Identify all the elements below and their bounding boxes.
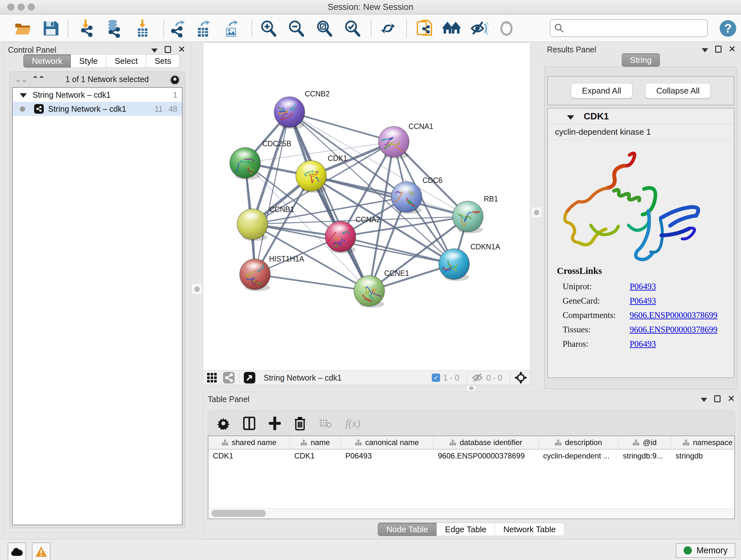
table-cell[interactable]: CDK1 — [208, 449, 290, 462]
left-splitter-handle[interactable] — [192, 284, 202, 294]
expand-all-networks-icon[interactable]: ⌃⌃ — [32, 74, 45, 84]
string-network-graph[interactable]: CCNB2CCNA1CDC25BCDK1CDC6RB1CCNB1CCNA2CDK… — [203, 43, 531, 371]
show-columns-icon[interactable] — [243, 417, 255, 430]
node-table[interactable]: shared namenamecanonical namedatabase id… — [208, 435, 735, 519]
column-header[interactable]: canonical name — [341, 436, 433, 449]
hide-selected-icon[interactable] — [469, 18, 489, 38]
grid-view-icon[interactable] — [206, 372, 217, 383]
tab-select[interactable]: Select — [106, 54, 146, 68]
panel-close-icon[interactable]: ✕ — [728, 395, 735, 402]
table-cell[interactable]: CDK1 — [290, 449, 341, 462]
panel-menu-icon[interactable] — [701, 398, 707, 402]
clone-network-icon[interactable] — [415, 18, 434, 38]
panel-menu-icon[interactable] — [702, 48, 708, 52]
zoom-in-icon[interactable] — [259, 18, 278, 38]
network-view-canvas[interactable]: CCNB2CCNA1CDC25BCDK1CDC6RB1CCNB1CCNA2CDK… — [203, 43, 530, 370]
collapse-triangle-icon[interactable] — [20, 93, 27, 98]
crosslink-tissues-link[interactable]: 9606.ENSP00000378699 — [630, 325, 718, 334]
create-column-plus-icon[interactable] — [269, 417, 281, 430]
birdseye-home-icon[interactable] — [442, 18, 462, 38]
table-cell[interactable]: cyclin-dependent ... — [539, 449, 618, 462]
panel-close-icon[interactable]: ✕ — [729, 46, 736, 53]
tab-sets[interactable]: Sets — [146, 54, 180, 68]
table-cell[interactable]: 9606.ENSP00000378699 — [433, 449, 539, 462]
import-table-icon[interactable] — [132, 18, 152, 38]
results-panel: Results Panel ✕ String Expand All Collap… — [542, 43, 739, 391]
table-cell[interactable]: P06493 — [341, 449, 433, 462]
scrollbar-thumb[interactable] — [212, 510, 266, 517]
function-builder-fx[interactable]: f(x) — [345, 417, 360, 429]
network-collection-row[interactable]: String Network – cdk1 1 — [13, 88, 182, 102]
column-header[interactable]: name — [290, 436, 341, 449]
tab-network-table[interactable]: Network Table — [495, 523, 564, 536]
help-icon[interactable]: ? — [718, 18, 738, 38]
column-header[interactable]: namespace — [671, 436, 735, 449]
cloud-button[interactable] — [8, 543, 26, 560]
crosslink-genecard-link[interactable]: P06493 — [630, 296, 656, 306]
import-network-icon[interactable] — [77, 18, 96, 38]
save-icon[interactable] — [41, 18, 61, 38]
crosslink-pharos-link[interactable]: P06493 — [630, 339, 656, 349]
show-all-icon[interactable] — [496, 18, 516, 38]
collapse-all-networks-icon[interactable]: ⌄⌄ — [15, 74, 27, 84]
delete-column-trash-icon[interactable] — [294, 416, 306, 430]
column-header[interactable]: shared name — [208, 436, 290, 449]
application-window: Session: New Session — [0, 0, 741, 560]
search-input[interactable] — [567, 23, 703, 34]
panel-float-icon[interactable] — [165, 46, 171, 53]
toolbar-separator — [371, 20, 372, 37]
panel-float-icon[interactable] — [714, 395, 721, 402]
memory-button[interactable]: Memory — [676, 543, 735, 558]
main-toolbar: ? — [0, 15, 741, 42]
table-cell[interactable]: stringdb:9... — [618, 449, 671, 462]
expand-collapse-box: Expand All Collapse All — [547, 76, 734, 105]
column-header[interactable]: database identifier — [433, 436, 539, 449]
network-row[interactable]: String Network – cdk1 11 48 — [13, 102, 182, 116]
delete-table-icon[interactable] — [319, 418, 332, 428]
warnings-button[interactable] — [32, 543, 51, 560]
panel-float-icon[interactable] — [715, 46, 722, 53]
gene-card-header[interactable]: CDK1 — [548, 109, 734, 125]
zoom-out-icon[interactable] — [286, 18, 306, 38]
refresh-icon[interactable] — [378, 18, 398, 38]
table-cell[interactable]: stringdb — [671, 449, 735, 462]
reposition-crosshair-icon[interactable] — [515, 372, 527, 384]
table-row[interactable]: CDK1CDK1P064939606.ENSP00000378699cyclin… — [208, 449, 734, 462]
gear-icon[interactable] — [170, 74, 180, 84]
tab-edge-table[interactable]: Edge Table — [437, 523, 495, 536]
collapse-triangle-icon[interactable] — [567, 115, 574, 120]
crosslink-compartments-link[interactable]: 9606.ENSP00000378699 — [630, 310, 718, 320]
zoom-fit-icon[interactable] — [314, 18, 334, 38]
panel-menu-icon[interactable] — [151, 49, 158, 53]
zoom-selected-icon[interactable] — [342, 18, 362, 38]
tab-network[interactable]: Network — [23, 54, 71, 68]
toolbar-separator — [163, 20, 164, 37]
hidden-eye-icon[interactable] — [472, 373, 483, 382]
collapse-all-button[interactable]: Collapse All — [645, 83, 711, 98]
expand-all-button[interactable]: Expand All — [571, 83, 632, 98]
svg-text:HIST1H1A: HIST1H1A — [269, 255, 305, 263]
birdseye-view-icon[interactable] — [244, 372, 255, 383]
crosslink-uniprot-link[interactable]: P06493 — [630, 282, 656, 292]
import-network-database-icon[interactable] — [104, 18, 124, 38]
tab-style[interactable]: Style — [71, 54, 106, 68]
tab-string[interactable]: String — [622, 53, 660, 67]
tab-node-table[interactable]: Node Table — [378, 523, 437, 536]
export-table-icon[interactable] — [193, 18, 213, 38]
svg-text:CCNE1: CCNE1 — [384, 269, 409, 277]
network-share-view-icon[interactable] — [223, 372, 234, 383]
table-settings-gear-icon[interactable] — [217, 417, 230, 430]
column-header[interactable]: @id — [618, 436, 671, 449]
gene-description: cyclin-dependent kinase 1 — [548, 125, 734, 140]
open-folder-icon[interactable] — [13, 18, 32, 38]
search-field[interactable] — [550, 19, 708, 37]
selected-checkbox-icon[interactable]: ✓ — [432, 374, 440, 382]
column-header[interactable]: description — [539, 436, 618, 449]
export-network-icon[interactable] — [167, 18, 187, 38]
horizontal-scrollbar[interactable] — [209, 508, 734, 518]
panel-close-icon[interactable]: ✕ — [178, 46, 185, 53]
table-panel-title: Table Panel — [208, 395, 250, 404]
export-image-icon[interactable] — [221, 18, 241, 38]
bottom-splitter-handle[interactable] — [466, 385, 477, 391]
right-splitter-handle[interactable] — [531, 207, 542, 218]
